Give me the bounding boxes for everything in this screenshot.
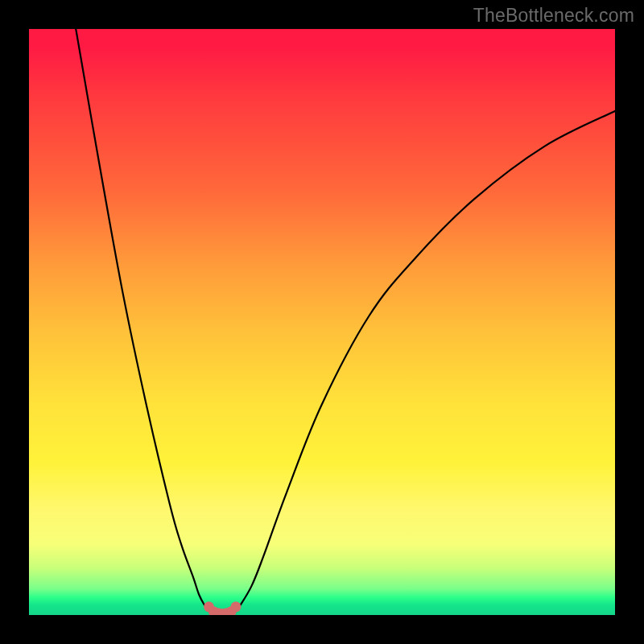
curve-group	[76, 29, 615, 615]
watermark-text: TheBottleneck.com	[473, 5, 634, 27]
valley-marker	[230, 601, 241, 612]
bottleneck-curve	[76, 29, 615, 615]
chart-frame: TheBottleneck.com	[0, 0, 644, 644]
plot-area	[29, 29, 615, 615]
marker-group	[204, 601, 241, 615]
curve-svg	[29, 29, 615, 615]
